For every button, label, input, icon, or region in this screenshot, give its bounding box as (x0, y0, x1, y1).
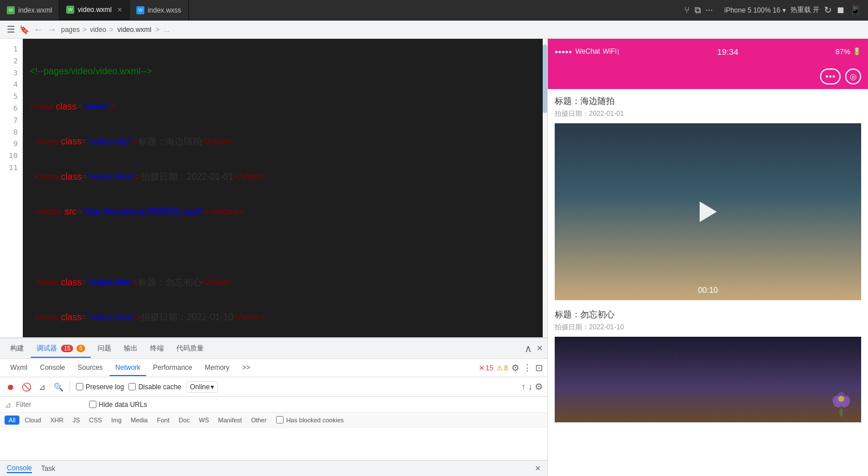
tab-list: W index.wxml W video.wxml × W index.wxss (0, 0, 189, 20)
video-player-2[interactable] (555, 337, 861, 422)
sub-tab-performance[interactable]: Performance (147, 360, 198, 376)
video-item-1: 标题：海边随拍 拍摄日期：2022-01-01 00:10 (555, 96, 861, 300)
online-label: Online (190, 383, 210, 391)
devtools-tab-actions: ∧ × (524, 342, 543, 355)
flower-decoration (827, 382, 855, 417)
type-filter-img[interactable]: Img (107, 416, 126, 425)
video-title-2: 标题：勿忘初心 (555, 309, 861, 320)
disable-cache-label[interactable]: Disable cache (128, 383, 181, 391)
play-triangle-1 (700, 201, 717, 222)
type-filter-cloud[interactable]: Cloud (21, 416, 45, 425)
toolbar-settings-icon[interactable]: ⚙ (535, 381, 543, 392)
console-tab[interactable]: Console (7, 464, 32, 473)
sub-tab-sources[interactable]: Sources (72, 360, 108, 376)
stop-icon[interactable]: ⏹ (836, 5, 845, 15)
console-close-button[interactable]: × (535, 463, 540, 474)
editor-scrollbar[interactable] (543, 39, 547, 337)
online-dropdown[interactable]: Online ▾ (186, 381, 219, 393)
sub-tab-wxml[interactable]: Wxml (5, 360, 33, 376)
split-editor-icon[interactable]: ⧉ (695, 5, 701, 15)
code-line-1: <!--pages/video/video.wxml--> (30, 64, 536, 79)
hot-reload-button[interactable]: 热重载 开 (790, 5, 819, 15)
import-icon[interactable]: ↑ (521, 382, 526, 392)
block-request-button[interactable]: 🚫 (21, 381, 32, 393)
tab-close-button[interactable]: × (118, 5, 122, 14)
code-line-7: <view class="video-title">标题：勿忘初心</view> (30, 275, 536, 290)
type-filter-doc[interactable]: Doc (175, 416, 194, 425)
sub-tab-network[interactable]: Network (110, 360, 146, 376)
type-filter-manifest[interactable]: Manifest (214, 416, 246, 425)
search-button[interactable]: 🔍 (53, 381, 64, 393)
type-filter-js[interactable]: JS (68, 416, 84, 425)
devtools-tab-quality[interactable]: 代码质量 (171, 340, 209, 358)
sub-tab-more-icon[interactable]: ⋮ (523, 362, 532, 373)
back-icon[interactable]: ☰ (7, 24, 15, 35)
video-player-1[interactable]: 00:10 (555, 123, 861, 300)
export-icon[interactable]: ↓ (528, 382, 532, 392)
tab-video-wxml[interactable]: W video.wxml × (59, 0, 130, 20)
bookmark-icon[interactable]: 🔖 (19, 25, 29, 34)
scrollbar-thumb[interactable] (543, 45, 547, 113)
play-button-1[interactable] (695, 198, 722, 225)
refresh-icon[interactable]: ↻ (824, 5, 831, 15)
nav-back-icon[interactable]: ← (34, 25, 43, 35)
wxss-icon: W (136, 6, 144, 14)
sub-tab-more[interactable]: >> (236, 360, 256, 376)
collapse-panel-icon[interactable]: ∧ (524, 342, 532, 355)
type-filter-font[interactable]: Font (153, 416, 173, 425)
task-tab[interactable]: Task (41, 465, 55, 473)
hide-data-urls-label[interactable]: Hide data URLs (89, 401, 147, 409)
device-label: iPhone 5 100% 16 ▾ (724, 6, 785, 14)
tab-label-1: index.wxml (18, 6, 52, 14)
filter-button[interactable]: ⊿ (37, 381, 48, 393)
dropdown-arrow: ▾ (211, 383, 214, 391)
warning-count: ⚠ 8 (496, 364, 508, 372)
devtools-tab-terminal[interactable]: 终端 (144, 340, 169, 358)
sub-tab-memory[interactable]: Memory (199, 360, 235, 376)
breadcrumb: pages > video > video.wxml > ... (61, 26, 171, 34)
devtools-tab-output[interactable]: 输出 (118, 340, 143, 358)
type-filter-media[interactable]: Media (127, 416, 152, 425)
more-options-icon[interactable]: ··· (705, 5, 713, 15)
dock-icon[interactable]: ⊡ (535, 362, 543, 373)
filter-input[interactable] (16, 401, 84, 409)
hide-data-urls-checkbox[interactable] (89, 401, 96, 408)
wxml-icon-1: W (7, 6, 15, 14)
signal-dots: ●●●●● (555, 49, 572, 55)
has-blocked-cookies-label[interactable]: Has blocked cookies (276, 416, 344, 423)
nav-forward-icon[interactable]: → (47, 25, 56, 35)
devtools-tab-build[interactable]: 构建 (5, 340, 30, 358)
sub-tab-console[interactable]: Console (34, 360, 71, 376)
warning-badge: 8 (76, 345, 86, 352)
phone-status-bar: ●●●●● WeChat WiFi ⌊ 19:34 87% 🔋 (548, 39, 868, 64)
network-toolbar: ⏺ 🚫 ⊿ 🔍 Preserve log Disable cache Onlin… (0, 377, 547, 397)
settings-icon[interactable]: ⚙ (511, 362, 519, 373)
branch-icon[interactable]: ⑂ (684, 5, 690, 15)
preserve-log-label[interactable]: Preserve log (76, 383, 124, 391)
phone-signal: ●●●●● WeChat WiFi ⌊ (555, 47, 620, 55)
devtools-tab-debugger[interactable]: 调试器 15 8 (31, 340, 91, 358)
has-blocked-cookies-checkbox[interactable] (276, 416, 284, 423)
type-filter-other[interactable]: Other (247, 416, 271, 425)
tab-index-wxml[interactable]: W index.wxml (0, 0, 59, 20)
disable-cache-checkbox[interactable] (128, 383, 136, 390)
phone-action-button[interactable]: ◎ (845, 68, 861, 84)
wxml-icon-2: W (66, 6, 74, 14)
close-devtools-icon[interactable]: × (536, 342, 543, 354)
device-mode-icon[interactable]: 📱 (850, 5, 861, 15)
devtools-tab-issues[interactable]: 问题 (92, 340, 117, 358)
type-filter-xhr[interactable]: XHR (46, 416, 67, 425)
phone-menu-button[interactable] (820, 68, 841, 84)
tab-index-wxss[interactable]: W index.wxss (130, 0, 189, 20)
type-filter-all[interactable]: All (5, 416, 19, 425)
devtools-tabs-row: 构建 调试器 15 8 问题 输出 终端 代码质量 ∧ × (0, 338, 547, 359)
code-editor: 1 2 3 4 5 6 7 8 9 10 11 <!--pages/video/… (0, 39, 547, 337)
top-bar-actions: ⑂ ⧉ ··· iPhone 5 100% 16 ▾ 热重载 开 ↻ ⏹ 📱 (677, 5, 868, 15)
editor-panel: 1 2 3 4 5 6 7 8 9 10 11 <!--pages/video/… (0, 39, 548, 476)
record-button[interactable]: ⏺ (5, 381, 16, 393)
disable-cache-text: Disable cache (138, 383, 181, 391)
preserve-log-checkbox[interactable] (76, 383, 83, 390)
has-blocked-cookies-text: Has blocked cookies (286, 417, 344, 423)
type-filter-ws[interactable]: WS (195, 416, 213, 425)
type-filter-css[interactable]: CSS (85, 416, 106, 425)
